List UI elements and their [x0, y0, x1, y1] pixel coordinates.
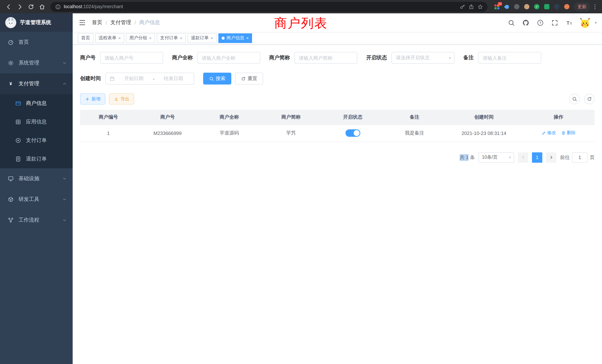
site-info-icon[interactable] [55, 4, 61, 10]
page-1-button[interactable]: 1 [532, 152, 542, 162]
tab-home[interactable]: 首页 [78, 33, 93, 43]
merchant-short-input[interactable] [294, 52, 357, 64]
sidebar-item-pay-order[interactable]: 支付订单 [0, 131, 73, 150]
navbar: 首页 / 支付管理 / 商户信息 ▾ [73, 13, 602, 32]
remark-input[interactable] [478, 52, 541, 64]
edit-link[interactable]: 修改 [542, 130, 556, 136]
sidebar-logo[interactable]: 芋道管理系统 [0, 13, 73, 32]
reset-button[interactable]: 重置 [235, 73, 263, 85]
show-search-toggle-button[interactable] [569, 94, 580, 104]
monitor-icon [7, 175, 14, 182]
refresh-list-button[interactable] [584, 94, 595, 104]
fullscreen-icon[interactable] [551, 19, 559, 27]
close-icon[interactable]: × [180, 36, 182, 40]
extension-green-check-icon[interactable]: ✓ [533, 3, 540, 10]
page-content: 商户号 商户全称 商户简称 开启状态 请选择开启状态 [73, 44, 602, 364]
col-status: 开启状态 [322, 110, 384, 125]
export-button[interactable]: 导出 [109, 93, 134, 105]
extension-drop-icon[interactable] [503, 3, 510, 10]
cell-merchant-no: M233666999 [137, 125, 198, 142]
cell-merchant-id: 1 [80, 125, 137, 142]
breadcrumb-payment[interactable]: 支付管理 [110, 19, 131, 26]
browser-menu-icon[interactable]: ⋮ [592, 3, 598, 10]
tab-merchant-info[interactable]: 商户信息× [218, 33, 252, 43]
bookmark-star-icon[interactable] [477, 4, 483, 10]
col-remark: 备注 [384, 110, 445, 125]
tab-user-group[interactable]: 用户分组× [126, 33, 155, 43]
sidebar-item-workflow[interactable]: 工作流程 [0, 210, 73, 231]
browser-home-button[interactable] [37, 2, 47, 11]
sidebar-item-merchant-info[interactable]: 商户信息 [0, 94, 73, 113]
share-icon[interactable] [468, 4, 474, 10]
tab-label: 流程表单 [99, 35, 116, 41]
close-icon[interactable]: × [118, 36, 121, 40]
font-size-icon[interactable] [565, 19, 573, 27]
url-path: :1024/pay/merchant [82, 4, 123, 9]
add-button[interactable]: 新增 [80, 93, 105, 105]
sidebar-item-label: 应用信息 [26, 119, 47, 125]
tab-process-form[interactable]: 流程表单× [95, 33, 124, 43]
page-size-select[interactable]: 10条/页 ▾ [479, 152, 514, 162]
address-bar[interactable]: localhost:1024/pay/merchant [50, 2, 487, 12]
user-avatar[interactable] [580, 17, 591, 28]
merchant-no-input[interactable] [100, 52, 163, 64]
password-key-icon[interactable] [459, 4, 465, 10]
breadcrumb-home[interactable]: 首页 [92, 19, 102, 26]
sidebar-item-system[interactable]: 系统管理 [0, 53, 73, 73]
help-icon[interactable] [536, 19, 544, 27]
delete-link[interactable]: 删除 [561, 130, 576, 136]
chevron-left-icon [521, 155, 526, 160]
extension-dark-circle-icon[interactable] [513, 3, 520, 10]
tab-label: 退款订单 [191, 35, 209, 41]
sidebar-item-label: 支付管理 [19, 80, 39, 87]
sidebar-item-refund-order[interactable]: 退款订单 [0, 150, 73, 168]
browser-forward-button[interactable] [15, 2, 24, 11]
close-icon[interactable]: × [246, 36, 249, 40]
breadcrumb: 首页 / 支付管理 / 商户信息 [92, 19, 160, 26]
browser-reload-button[interactable] [26, 2, 36, 11]
hamburger-icon[interactable] [73, 13, 92, 32]
extensions-grid-icon[interactable]: 10 [493, 3, 500, 10]
extension-pin-icon[interactable] [553, 3, 560, 10]
tab-refund-order[interactable]: 退款订单× [188, 33, 216, 43]
sidebar-item-app-info[interactable]: 应用信息 [0, 113, 73, 131]
navbar-right: ▾ [507, 17, 597, 28]
pagination: 共 1 条 10条/页 ▾ 1 前往 页 [80, 152, 595, 162]
search-button[interactable]: 搜索 [203, 73, 231, 85]
close-icon[interactable]: × [211, 36, 213, 40]
cell-status [322, 125, 384, 142]
status-select[interactable]: 请选择开启状态 ▾ [391, 52, 454, 64]
create-time-range-picker[interactable]: 开始日期 - 结束日期 [105, 73, 194, 85]
browser-update-button[interactable]: 更新 [574, 2, 590, 11]
merchant-name-input[interactable] [197, 52, 260, 64]
tab-pay-order[interactable]: 支付订单× [157, 33, 186, 43]
goto-page-input[interactable] [572, 152, 588, 162]
add-button-label: 新增 [92, 96, 100, 102]
date-end-placeholder: 结束日期 [157, 75, 190, 82]
sidebar-item-home[interactable]: 首页 [0, 32, 73, 53]
next-page-button[interactable] [546, 152, 556, 162]
status-toggle[interactable] [345, 129, 360, 137]
prev-page-button[interactable] [518, 152, 528, 162]
col-merchant-name: 商户全称 [198, 110, 260, 125]
box-icon [7, 196, 14, 203]
active-dot [222, 36, 225, 40]
sidebar-item-payment[interactable]: 支付管理 [0, 73, 73, 94]
browser-back-button[interactable] [4, 2, 13, 11]
col-merchant-short: 商户简称 [260, 110, 322, 125]
extension-orange-icon[interactable] [563, 3, 570, 10]
sidebar-item-dev-tools[interactable]: 研发工具 [0, 189, 73, 210]
cell-merchant-name: 芋道源码 [198, 125, 260, 142]
avatar-caret-icon[interactable]: ▾ [595, 20, 597, 25]
goto-label: 前往 [560, 154, 570, 161]
github-icon[interactable] [522, 19, 530, 27]
col-merchant-id: 商户编号 [80, 110, 137, 125]
pagination-total: 共 1 条 [460, 154, 475, 161]
extension-green-square-icon[interactable] [543, 3, 550, 10]
sidebar-item-infrastructure[interactable]: 基础设施 [0, 168, 73, 189]
chevron-down-icon [62, 197, 67, 202]
tags-view: 首页 流程表单× 用户分组× 支付订单× 退款订单× 商户信息× [73, 32, 602, 44]
header-search-icon[interactable] [507, 19, 516, 27]
extension-avatar-icon[interactable] [523, 3, 530, 10]
close-icon[interactable]: × [149, 36, 152, 40]
